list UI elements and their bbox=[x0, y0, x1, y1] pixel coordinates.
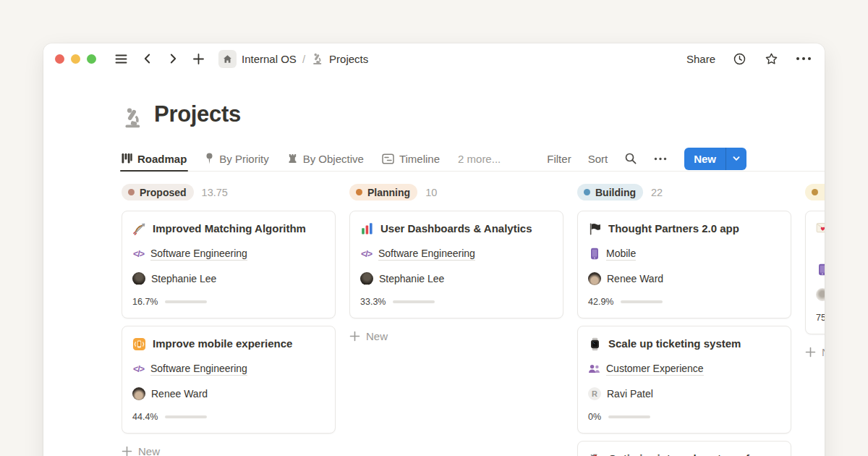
microscope-icon bbox=[311, 53, 323, 65]
status-badge[interactable] bbox=[805, 184, 825, 200]
column-count: 10 bbox=[425, 187, 437, 198]
project-card[interactable]: User Dashboards & Analytics </> Software… bbox=[349, 211, 563, 318]
add-card-button[interactable]: New bbox=[349, 330, 563, 342]
project-card[interactable]: Improve mobile experience </> Software E… bbox=[122, 326, 336, 434]
home-button[interactable] bbox=[218, 50, 237, 68]
ellipsis-icon[interactable] bbox=[654, 157, 667, 161]
tab-label: By Objective bbox=[303, 153, 364, 165]
status-badge[interactable]: Building bbox=[577, 184, 643, 200]
add-card-label: New bbox=[366, 330, 388, 342]
person-name: Ravi Patel bbox=[607, 388, 653, 400]
card-title: Optimize internal systems for bbox=[608, 451, 760, 456]
card-title: Improved Matching Algorithm bbox=[153, 221, 306, 237]
tab-by-priority[interactable]: By Priority bbox=[205, 146, 268, 171]
progress-value: 0% bbox=[588, 412, 601, 422]
progress-value: 75% bbox=[816, 313, 825, 323]
add-card-button[interactable]: New bbox=[122, 445, 336, 456]
window-topbar: Internal OS / Projects Share bbox=[43, 43, 825, 74]
category-link[interactable]: Software Engineering bbox=[150, 248, 247, 261]
ellipsis-icon[interactable] bbox=[796, 56, 812, 61]
column-clipped: 75% New bbox=[805, 184, 825, 456]
star-icon[interactable] bbox=[764, 51, 779, 67]
card-title: Improve mobile experience bbox=[153, 336, 292, 352]
status-badge[interactable]: Proposed bbox=[122, 184, 194, 200]
code-icon: </> bbox=[132, 248, 145, 260]
column-count: 22 bbox=[651, 187, 663, 198]
avatar bbox=[588, 272, 601, 285]
column-planning: Planning 10 bbox=[349, 184, 563, 456]
status-badge[interactable]: Planning bbox=[349, 184, 417, 200]
new-button[interactable]: New bbox=[684, 148, 746, 170]
project-card[interactable]: Improved Matching Algorithm </> Software… bbox=[122, 211, 336, 318]
project-card[interactable]: Thought Partners 2.0 app Mobile Renee Wa… bbox=[577, 211, 791, 318]
column-building: Building 22 Thought P bbox=[577, 184, 791, 456]
person-name: Stephanie Lee bbox=[151, 273, 216, 284]
column-count: 13.75 bbox=[202, 187, 228, 198]
person-name: Renee Ward bbox=[607, 273, 663, 284]
love-letter-icon bbox=[816, 221, 825, 235]
project-card[interactable]: 75% bbox=[805, 211, 825, 334]
code-icon: </> bbox=[132, 363, 145, 375]
card-title: Thought Partners 2.0 app bbox=[608, 221, 739, 237]
card-title: User Dashboards & Analytics bbox=[380, 221, 532, 237]
project-card[interactable]: Optimize internal systems for bbox=[577, 441, 791, 456]
mobile-phone-icon bbox=[588, 248, 600, 260]
chevron-left-icon[interactable] bbox=[142, 53, 153, 64]
chevron-down-icon[interactable] bbox=[726, 148, 746, 170]
tab-label: Roadmap bbox=[137, 153, 187, 165]
category-link[interactable]: Mobile bbox=[606, 248, 636, 261]
close-window-button[interactable] bbox=[55, 54, 64, 64]
more-views-button[interactable]: 2 more... bbox=[458, 153, 501, 165]
sort-button[interactable]: Sort bbox=[588, 153, 608, 165]
project-card[interactable]: Scale up ticketing system Customer Expe bbox=[577, 326, 791, 434]
progress-value: 16.7% bbox=[132, 297, 158, 307]
zoom-window-button[interactable] bbox=[87, 54, 96, 64]
app-window: Internal OS / Projects Share bbox=[43, 43, 825, 456]
progress-bar bbox=[621, 300, 663, 303]
code-icon: </> bbox=[360, 248, 373, 260]
person-name: Stephanie Lee bbox=[379, 273, 444, 284]
breadcrumb-workspace[interactable]: Internal OS bbox=[242, 53, 297, 65]
column-proposed: Proposed 13.75 bbox=[122, 184, 336, 456]
status-dot bbox=[128, 189, 135, 195]
avatar-initial: R bbox=[588, 387, 601, 400]
search-icon[interactable] bbox=[624, 152, 637, 165]
progress-bar bbox=[393, 300, 435, 303]
breadcrumb-page[interactable]: Projects bbox=[329, 53, 368, 65]
category-link[interactable]: Software Engineering bbox=[378, 248, 475, 261]
chevron-right-icon[interactable] bbox=[167, 53, 179, 64]
vibration-phone-icon bbox=[132, 337, 146, 351]
filter-button[interactable]: Filter bbox=[547, 153, 571, 165]
breadcrumb: Internal OS / Projects bbox=[242, 53, 368, 65]
microscope-icon[interactable] bbox=[122, 107, 143, 129]
status-dot bbox=[584, 189, 590, 195]
clock-icon[interactable] bbox=[732, 51, 747, 67]
timeline-icon bbox=[382, 153, 394, 164]
tab-roadmap[interactable]: Roadmap bbox=[122, 146, 187, 171]
board-view-icon bbox=[122, 153, 132, 164]
page-header: Projects bbox=[122, 98, 825, 129]
progress-value: 33.3% bbox=[360, 297, 386, 307]
progress-value: 42.9% bbox=[588, 297, 613, 307]
share-button[interactable]: Share bbox=[686, 53, 715, 65]
pin-icon bbox=[205, 153, 214, 164]
status-dot bbox=[356, 189, 362, 195]
traffic-lights bbox=[55, 54, 96, 64]
tab-by-objective[interactable]: By Objective bbox=[287, 146, 364, 171]
status-dot bbox=[812, 189, 818, 195]
black-flag-icon bbox=[588, 222, 602, 236]
category-link[interactable]: Customer Experience bbox=[606, 363, 704, 376]
progress-value: 44.4% bbox=[132, 412, 158, 422]
avatar bbox=[360, 272, 373, 285]
progress-bar bbox=[165, 415, 207, 418]
tab-timeline[interactable]: Timeline bbox=[382, 146, 440, 171]
page-title[interactable]: Projects bbox=[154, 100, 241, 129]
add-card-button[interactable]: New bbox=[805, 346, 825, 358]
new-button-label[interactable]: New bbox=[684, 148, 726, 170]
hamburger-icon[interactable] bbox=[114, 52, 128, 66]
category-link[interactable]: Software Engineering bbox=[150, 363, 247, 376]
status-label: Proposed bbox=[140, 187, 187, 198]
progress-bar bbox=[165, 300, 207, 303]
plus-icon[interactable] bbox=[192, 53, 205, 65]
minimize-window-button[interactable] bbox=[71, 54, 80, 64]
